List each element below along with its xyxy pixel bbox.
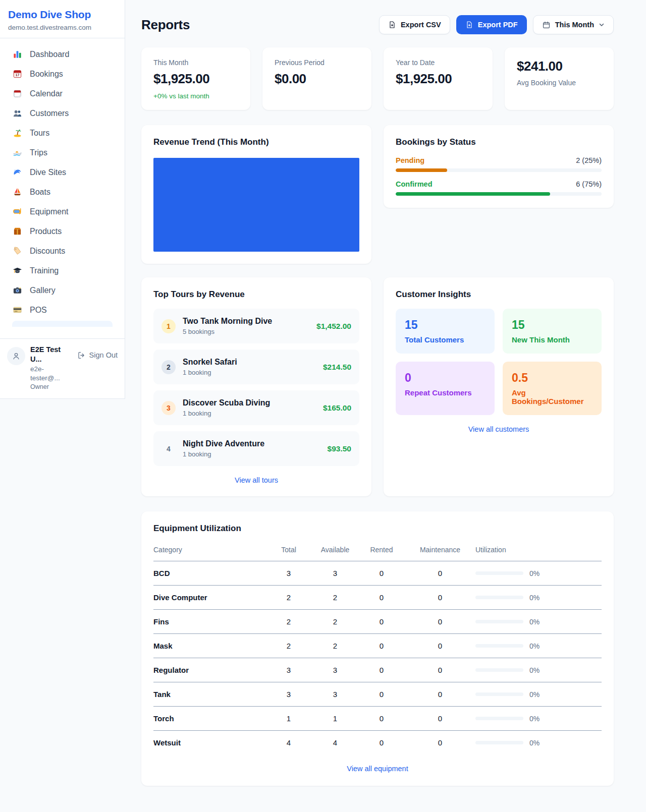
table-row: BCD 3 3 0 0 0% xyxy=(153,561,602,586)
utilization-percent: 0% xyxy=(529,690,540,699)
sidebar-item-label: POS xyxy=(30,306,47,315)
trips-icon xyxy=(12,148,22,158)
customers-icon xyxy=(12,108,22,119)
cell-category: Fins xyxy=(153,610,265,634)
stat-card-year-to-date: Year to Date $1,925.00 xyxy=(384,47,493,110)
sidebar-item-label: Calendar xyxy=(30,89,63,98)
sidebar-item-products[interactable]: Products xyxy=(6,221,119,241)
sidebar-item-bookings[interactable]: 17 Bookings xyxy=(6,64,119,84)
user-meta: E2E Test U... e2e-tester@... Owner xyxy=(30,345,72,391)
cell-available: 2 xyxy=(312,634,358,658)
sidebar-item-label: Equipment xyxy=(30,207,69,216)
sidebar-item-boats[interactable]: Boats xyxy=(6,182,119,202)
stat-value: $1,925.00 xyxy=(153,71,238,87)
insight-tile-repeat-customers: 0 Repeat Customers xyxy=(396,362,495,415)
cell-category: Tank xyxy=(153,682,265,707)
cell-maintenance: 0 xyxy=(405,731,475,755)
progress-track xyxy=(396,168,602,172)
sidebar-item-reports-partial[interactable] xyxy=(12,321,113,327)
tile-label: Repeat Customers xyxy=(405,388,486,397)
cell-maintenance: 0 xyxy=(405,586,475,610)
sidebar-item-discounts[interactable]: Discounts xyxy=(6,241,119,261)
equipment-utilization-panel: Equipment Utilization Category Total Ava… xyxy=(141,511,614,786)
utilization-percent: 0% xyxy=(529,739,540,747)
table-row: Fins 2 2 0 0 0% xyxy=(153,610,602,634)
sidebar-item-label: Gallery xyxy=(30,286,56,295)
sidebar-item-label: Bookings xyxy=(30,70,63,79)
user-name: E2E Test U... xyxy=(30,345,72,365)
cell-category: Wetsuit xyxy=(153,731,265,755)
stat-label: This Month xyxy=(153,59,238,67)
tile-label: New This Month xyxy=(512,335,593,344)
equipment-icon xyxy=(12,207,22,217)
sidebar-item-trips[interactable]: Trips xyxy=(6,143,119,162)
utilization-track xyxy=(475,692,523,696)
cell-category: Dive Computer xyxy=(153,586,265,610)
sign-out-button[interactable]: Sign Out xyxy=(77,351,118,360)
cell-category: Regulator xyxy=(153,658,265,682)
sidebar-item-dashboard[interactable]: Dashboard xyxy=(6,44,119,64)
column-header-available: Available xyxy=(312,540,358,561)
sidebar-item-calendar[interactable]: Calendar xyxy=(6,84,119,103)
equipment-table: Category Total Available Rented Maintena… xyxy=(153,540,602,755)
sidebar-item-dive-sites[interactable]: Dive Sites xyxy=(6,162,119,182)
calendar-outline-icon xyxy=(542,21,551,29)
cell-maintenance: 0 xyxy=(405,658,475,682)
sidebar-item-label: Tours xyxy=(30,129,49,138)
export-pdf-button[interactable]: Export PDF xyxy=(456,15,527,34)
brand-block: Demo Dive Shop demo.test.divestreams.com xyxy=(0,0,125,38)
cell-rented: 0 xyxy=(358,707,405,731)
insights-row: Top Tours by Revenue 1 Two Tank Morning … xyxy=(141,277,614,496)
table-row: Dive Computer 2 2 0 0 0% xyxy=(153,586,602,610)
page-header: Reports Export CSV Export PDF This Month xyxy=(141,15,614,34)
sidebar-item-training[interactable]: Training xyxy=(6,261,119,280)
insight-tile-total-customers: 15 Total Customers xyxy=(396,309,495,354)
stat-value: $241.00 xyxy=(517,59,602,74)
period-dropdown[interactable]: This Month xyxy=(533,15,614,34)
gallery-icon xyxy=(12,285,22,296)
sidebar-item-label: Boats xyxy=(30,188,50,197)
sidebar-item-pos[interactable]: POS xyxy=(6,300,119,320)
cell-available: 4 xyxy=(312,731,358,755)
status-count: 6 (75%) xyxy=(576,180,602,188)
dashboard-icon xyxy=(12,49,22,60)
sign-out-icon xyxy=(77,351,86,360)
tour-bookings: 1 booking xyxy=(183,410,270,417)
stat-cards: This Month $1,925.00 +0% vs last month P… xyxy=(141,47,614,110)
sidebar-item-tours[interactable]: Tours xyxy=(6,123,119,143)
customer-insights-panel: Customer Insights 15 Total Customers 15 … xyxy=(384,277,614,496)
table-header-row: Category Total Available Rented Maintena… xyxy=(153,540,602,561)
stat-label: Year to Date xyxy=(396,59,480,67)
utilization-track xyxy=(475,644,523,648)
view-all-equipment-link[interactable]: View all equipment xyxy=(153,765,602,773)
svg-text:17: 17 xyxy=(15,73,19,77)
tour-row: 4 Night Dive Adventure 1 booking $93.50 xyxy=(153,431,359,466)
charts-row: Revenue Trend (This Month) Bookings by S… xyxy=(141,125,614,264)
rank-badge: 3 xyxy=(162,401,176,415)
tour-name: Discover Scuba Diving xyxy=(183,398,270,408)
export-csv-button[interactable]: Export CSV xyxy=(379,15,450,34)
sidebar-item-equipment[interactable]: Equipment xyxy=(6,202,119,221)
stat-card-this-month: This Month $1,925.00 +0% vs last month xyxy=(141,47,250,110)
period-label: This Month xyxy=(555,21,594,29)
insight-tile-new-this-month: 15 New This Month xyxy=(503,309,602,354)
tour-list: 1 Two Tank Morning Dive 5 bookings $1,45… xyxy=(153,309,359,466)
tour-revenue: $93.50 xyxy=(328,444,351,453)
tour-name: Night Dive Adventure xyxy=(183,439,264,448)
sidebar-item-customers[interactable]: Customers xyxy=(6,103,119,123)
cell-rented: 0 xyxy=(358,658,405,682)
column-header-category: Category xyxy=(153,540,265,561)
revenue-trend-panel: Revenue Trend (This Month) xyxy=(141,125,371,264)
utilization-cell: 0% xyxy=(475,715,602,723)
utilization-percent: 0% xyxy=(529,594,540,602)
sidebar-item-gallery[interactable]: Gallery xyxy=(6,280,119,300)
cell-available: 3 xyxy=(312,658,358,682)
view-all-customers-link[interactable]: View all customers xyxy=(396,425,602,433)
export-csv-label: Export CSV xyxy=(401,21,441,29)
utilization-track xyxy=(475,717,523,720)
view-all-tours-link[interactable]: View all tours xyxy=(153,476,359,484)
cell-total: 4 xyxy=(265,731,312,755)
table-row: Mask 2 2 0 0 0% xyxy=(153,634,602,658)
training-icon xyxy=(12,266,22,276)
tour-name: Snorkel Safari xyxy=(183,358,237,367)
